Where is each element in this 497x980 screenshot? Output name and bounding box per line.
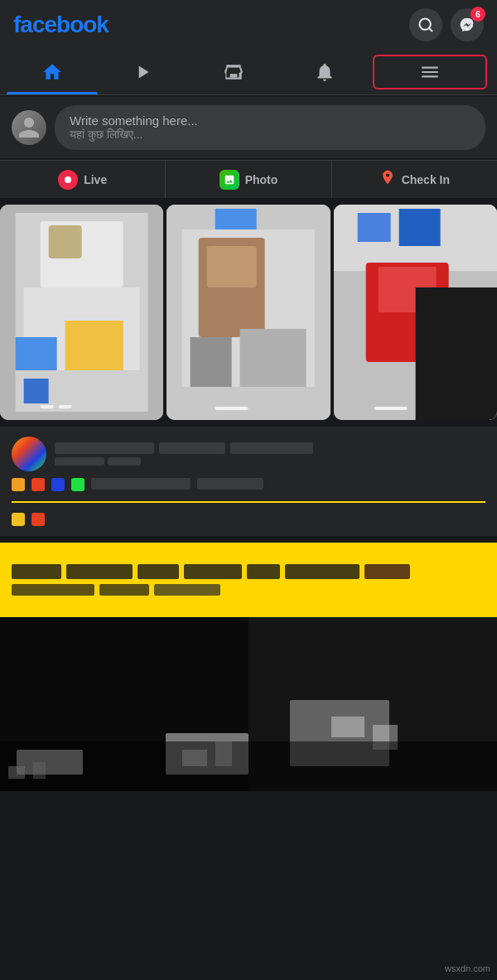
color-block-yellow (12, 513, 25, 526)
content-block-wide (91, 478, 191, 490)
post-actions: Live Photo Check In (0, 160, 497, 198)
post-name-block-1 (55, 442, 154, 454)
post-box: Write something here... यहां कुछ लिखिए..… (0, 97, 497, 158)
svg-rect-28 (374, 407, 407, 410)
stories-grid (0, 205, 497, 420)
messenger-button[interactable]: 6 (451, 8, 484, 41)
color-block-green (71, 478, 84, 491)
header: facebook 6 (0, 0, 497, 50)
yellow-block-7 (364, 564, 410, 579)
post-card-header (12, 437, 485, 471)
yellow-block-4 (184, 564, 242, 579)
nav-tabs (0, 50, 497, 95)
post-placeholder-en: Write something here... (70, 113, 470, 128)
watermark: wsxdn.com (445, 963, 490, 973)
story-card-1[interactable] (0, 205, 163, 420)
svg-rect-20 (215, 407, 248, 410)
post-time-row (55, 457, 485, 466)
svg-rect-27 (415, 287, 497, 420)
story-card-3[interactable] (334, 205, 497, 420)
nav-tab-home[interactable] (7, 50, 98, 94)
post-time-block-1 (55, 457, 104, 466)
bottom-image (0, 617, 497, 791)
photo-button[interactable]: Photo (166, 161, 331, 198)
yellow-block-9 (99, 584, 149, 596)
live-button[interactable]: Live (0, 161, 166, 198)
nav-tab-watch[interactable] (98, 50, 189, 94)
svg-rect-18 (191, 337, 232, 387)
facebook-logo: facebook (13, 12, 109, 38)
post-name-block-3 (230, 442, 313, 454)
post-placeholder-hi: यहां कुछ लिखिए... (70, 128, 470, 142)
svg-rect-9 (65, 321, 123, 370)
svg-rect-10 (24, 379, 49, 403)
post-card (0, 427, 497, 536)
yellow-block-1 (12, 564, 61, 579)
yellow-block-8 (12, 584, 94, 596)
play-icon (132, 61, 153, 83)
svg-rect-11 (41, 405, 54, 408)
post-input[interactable]: Write something here... यहां कुछ लिखिए..… (55, 105, 485, 150)
yellow-block-6 (285, 564, 359, 579)
svg-rect-41 (0, 741, 497, 791)
user-avatar (12, 110, 46, 145)
color-block-red (31, 478, 45, 491)
search-button[interactable] (409, 8, 442, 41)
photo-icon (220, 170, 239, 190)
yellow-content (12, 564, 485, 596)
nav-tab-marketplace[interactable] (188, 50, 279, 94)
header-actions: 6 (409, 8, 484, 41)
svg-rect-6 (49, 225, 82, 258)
story-card-2[interactable] (166, 205, 330, 420)
bell-icon (314, 61, 335, 83)
yellow-block-10 (154, 584, 220, 596)
svg-rect-19 (240, 329, 306, 387)
yellow-banner (0, 543, 497, 617)
photo-label: Photo (245, 173, 278, 186)
menu-icon (419, 61, 441, 83)
nav-tab-notifications[interactable] (279, 50, 370, 94)
content-block-medium (197, 478, 263, 490)
svg-rect-39 (331, 717, 364, 737)
home-icon (41, 61, 63, 83)
bottom-dark-section (0, 617, 497, 791)
nav-tab-menu[interactable] (373, 55, 487, 89)
post-user-avatar (12, 437, 46, 471)
yellow-divider (12, 501, 485, 503)
post-content-blocks (12, 478, 485, 526)
yellow-block-5 (247, 564, 280, 579)
post-meta (55, 442, 485, 466)
svg-point-2 (65, 176, 71, 183)
store-icon (223, 61, 244, 83)
svg-rect-12 (59, 405, 72, 408)
post-time-block-2 (108, 457, 141, 466)
live-icon (58, 170, 78, 190)
svg-rect-23 (357, 213, 390, 242)
pin-icon (379, 169, 396, 190)
post-name-block-2 (159, 442, 225, 454)
stories-section (0, 205, 497, 420)
messenger-badge: 6 (470, 7, 485, 22)
svg-rect-24 (398, 209, 440, 246)
svg-line-1 (429, 28, 432, 31)
yellow-block-2 (66, 564, 133, 579)
svg-rect-17 (207, 246, 257, 287)
yellow-block-3 (138, 564, 179, 579)
checkin-button[interactable]: Check In (332, 161, 497, 198)
live-label: Live (84, 173, 107, 186)
search-icon (417, 17, 434, 33)
post-name-row (55, 442, 485, 454)
color-block-orange (12, 478, 25, 491)
checkin-label: Check In (402, 173, 450, 186)
color-block-red2 (31, 513, 45, 526)
color-block-blue (51, 478, 65, 491)
svg-rect-8 (16, 337, 57, 370)
